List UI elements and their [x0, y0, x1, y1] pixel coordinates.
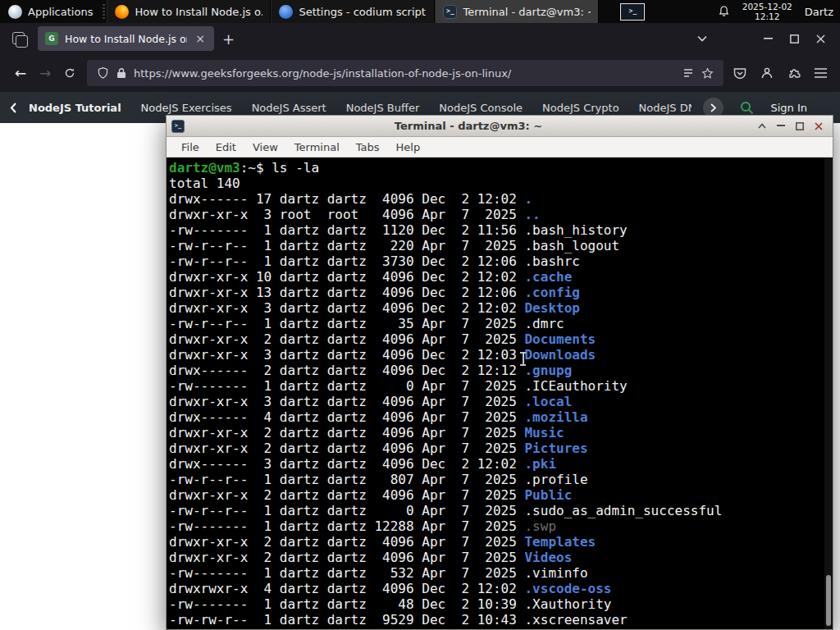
menu-item-file[interactable]: File — [173, 137, 208, 158]
terminal-titlebar[interactable]: >_ Terminal - dartz@vm3: ~ — [167, 116, 833, 137]
site-nav-list: NodeJS ExercisesNodeJS AssertNodeJS Buff… — [141, 102, 692, 114]
back-button[interactable]: ← — [8, 61, 33, 85]
terminal-output-line: drwxr-xr-x 3 dartz dartz 4096 Apr 7 2025… — [169, 394, 821, 409]
terminal-minimize-button[interactable] — [771, 118, 790, 135]
clock-time: 12:12 — [742, 11, 792, 21]
site-nav-link[interactable]: NodeJS DNS — [639, 102, 692, 114]
terminal-maximize-button[interactable] — [790, 118, 809, 135]
terminal-output-line: drwx------ 17 dartz dartz 4096 Dec 2 12:… — [169, 191, 821, 207]
terminal-output-line: drwxr-xr-x 2 dartz dartz 4096 Apr 7 2025… — [169, 425, 821, 441]
terminal-output-line: -rw-rw-r-- 1 dartz dartz 9529 Dec 2 10:4… — [169, 612, 821, 628]
terminal-output-line: -rw-r--r-- 1 dartz dartz 0 Apr 7 2025 .s… — [169, 503, 821, 518]
new-tab-button[interactable]: + — [214, 29, 243, 49]
taskbar: How to Install Node.js o...Settings - co… — [107, 0, 599, 23]
terminal-output-line: drwx------ 2 dartz dartz 4096 Dec 2 12:1… — [169, 363, 821, 378]
sign-in-button[interactable]: Sign In — [770, 102, 807, 114]
terminal-icon: >_ — [443, 5, 457, 19]
applications-menu-button[interactable]: Applications — [0, 0, 101, 23]
reader-view-icon[interactable] — [682, 67, 694, 79]
tab-close-icon[interactable]: × — [194, 32, 207, 45]
terminal-total-line: total 140 — [169, 176, 821, 191]
extensions-icon[interactable] — [788, 66, 801, 80]
taskbar-button[interactable]: Settings - codium script... — [271, 0, 435, 23]
terminal-output-line: drwx------ 3 dartz dartz 4096 Dec 2 12:0… — [169, 456, 821, 472]
terminal-output-line: -rw------- 1 dartz dartz 12288 Apr 7 202… — [169, 518, 821, 534]
terminal-output-line: -rw-r--r-- 1 dartz dartz 807 Apr 7 2025 … — [169, 472, 821, 487]
site-nav-link[interactable]: NodeJS Exercises — [141, 102, 232, 114]
toolbar-icons — [732, 66, 832, 80]
site-nav-link[interactable]: NodeJS Assert — [252, 102, 326, 114]
settings-icon — [279, 5, 293, 19]
terminal-scrollbar[interactable] — [824, 158, 833, 629]
terminal-title: Terminal - dartz@vm3: ~ — [185, 120, 752, 132]
list-all-tabs-icon[interactable] — [689, 28, 715, 49]
terminal-output-line: -rw------- 1 dartz dartz 1120 Dec 2 11:5… — [169, 222, 821, 238]
prompt-user-host: dartz@vm3 — [169, 160, 240, 176]
tracking-shield-icon[interactable] — [97, 66, 109, 80]
lock-icon[interactable] — [116, 67, 126, 79]
terminal-output-line: drwxr-xr-x 2 dartz dartz 4096 Apr 7 2025… — [169, 441, 821, 456]
terminal-output-line: -rw------- 1 dartz dartz 48 Dec 2 10:39 … — [169, 596, 821, 612]
browser-close-button[interactable] — [807, 28, 833, 49]
terminal-scrollbar-thumb[interactable] — [826, 575, 831, 626]
menu-item-edit[interactable]: Edit — [208, 137, 244, 158]
terminal-close-button[interactable] — [809, 118, 828, 135]
forward-button[interactable]: → — [33, 61, 57, 85]
clock[interactable]: 2025-12-02 12:12 — [742, 2, 792, 21]
terminal-output-line: drwx------ 4 dartz dartz 4096 Apr 7 2025… — [169, 409, 821, 425]
site-nav-scroll-left-icon[interactable] — [10, 103, 17, 113]
terminal-screen[interactable]: dartz@vm3:~$ ls -la total 140 drwx------… — [167, 158, 833, 629]
bookmark-star-icon[interactable] — [701, 67, 714, 80]
site-nav-link[interactable]: NodeJS Crypto — [542, 102, 619, 114]
firefox-view-icon[interactable] — [10, 30, 28, 48]
menu-item-help[interactable]: Help — [388, 137, 429, 158]
terminal-output-line: -rw-r--r-- 1 dartz dartz 3730 Dec 2 12:0… — [169, 253, 821, 269]
site-nav-link[interactable]: NodeJS Console — [439, 102, 523, 114]
url-bar[interactable]: https://www.geeksforgeeks.org/node-js/in… — [87, 60, 724, 86]
terminal-output-line: drwxr-xr-x 3 dartz dartz 4096 Dec 2 12:0… — [169, 347, 821, 363]
taskbar-button[interactable]: How to Install Node.js o... — [107, 0, 271, 23]
terminal-prompt-line: dartz@vm3:~$ ls -la — [169, 160, 821, 176]
site-search-icon[interactable] — [740, 101, 754, 115]
session-user-label[interactable]: Dartz — [805, 6, 833, 18]
menu-hamburger-icon[interactable] — [815, 68, 827, 78]
url-text: https://www.geeksforgeeks.org/node-js/in… — [134, 67, 675, 80]
menu-item-tabs[interactable]: Tabs — [348, 137, 388, 158]
systray-terminal-icon[interactable]: >_ — [620, 3, 645, 21]
pocket-icon[interactable] — [733, 67, 746, 80]
panel-right: 2025-12-02 12:12 Dartz — [718, 0, 840, 23]
typed-command: ls -la — [272, 160, 319, 176]
reload-button[interactable] — [57, 61, 82, 85]
terminal-output-line: drwxr-xr-x 10 dartz dartz 4096 Dec 2 12:… — [169, 269, 821, 285]
site-nav-current[interactable]: NodeJS Tutorial — [29, 102, 121, 114]
terminal-output-line: -rw------- 1 dartz dartz 0 Apr 7 2025 .I… — [169, 378, 821, 394]
terminal-output: drwx------ 17 dartz dartz 4096 Dec 2 12:… — [169, 191, 821, 628]
terminal-output-line: drwxr-xr-x 2 dartz dartz 4096 Apr 7 2025… — [169, 331, 821, 347]
browser-toolbar: ← → https://www.geeksforgeeks.org/node-j… — [0, 54, 840, 92]
tab-title: How to Install Node.js on — [65, 33, 187, 45]
terminal-menubar: FileEditViewTerminalTabsHelp — [167, 137, 833, 158]
menu-item-view[interactable]: View — [244, 137, 286, 158]
taskbar-button-label: How to Install Node.js o... — [135, 6, 262, 18]
prompt-suffix: :~$ — [240, 160, 272, 176]
terminal-output-line: drwxr-xr-x 13 dartz dartz 4096 Dec 2 12:… — [169, 285, 821, 300]
browser-minimize-button[interactable] — [755, 28, 781, 49]
terminal-output-line: -rw------- 1 dartz dartz 532 Apr 7 2025 … — [169, 565, 821, 581]
terminal-output-line: drwxr-xr-x 2 dartz dartz 4096 Apr 7 2025… — [169, 487, 821, 503]
applications-label: Applications — [28, 6, 93, 18]
terminal-shade-button[interactable] — [752, 118, 771, 135]
browser-maximize-button[interactable] — [781, 28, 807, 49]
taskbar-button[interactable]: >_Terminal - dartz@vm3: ~ — [435, 0, 599, 23]
terminal-output-line: drwxr-xr-x 3 dartz dartz 4096 Dec 2 12:0… — [169, 300, 821, 316]
account-icon[interactable] — [760, 66, 774, 80]
taskbar-button-label: Terminal - dartz@vm3: ~ — [463, 6, 591, 18]
site-nav-link[interactable]: NodeJS Buffer — [346, 102, 420, 114]
firefox-icon — [115, 5, 129, 19]
site-favicon: G — [45, 32, 58, 45]
terminal-output-line: -rw-r--r-- 1 dartz dartz 35 Apr 7 2025 .… — [169, 316, 821, 331]
notification-bell-icon[interactable] — [718, 5, 730, 18]
menu-item-terminal[interactable]: Terminal — [286, 137, 348, 158]
browser-tab[interactable]: G How to Install Node.js on × — [38, 26, 214, 51]
desktop: Applications How to Install Node.js o...… — [0, 0, 840, 630]
system-tray: >_ — [620, 0, 645, 23]
